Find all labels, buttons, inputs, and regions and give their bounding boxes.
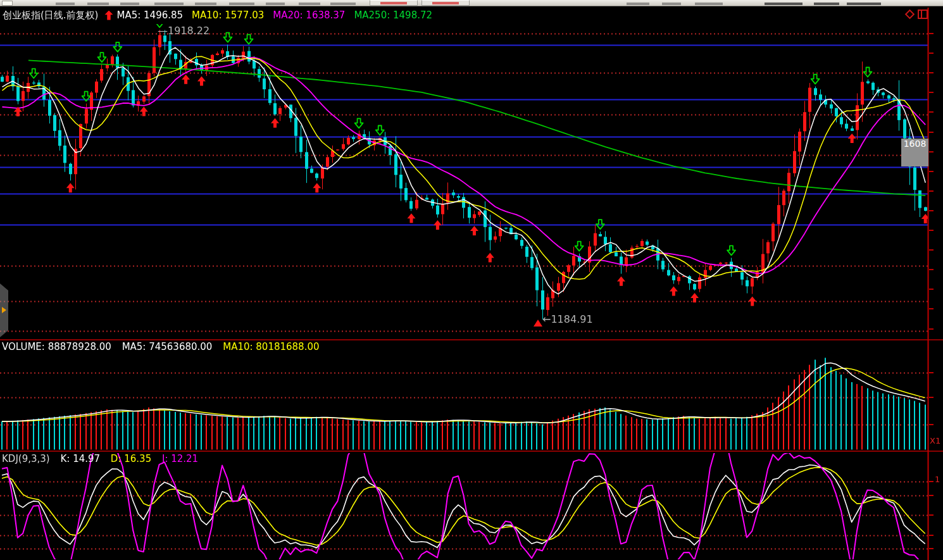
menubar-button[interactable] (370, 0, 418, 6)
menu-item[interactable] (299, 3, 320, 5)
menu-item[interactable] (814, 3, 839, 5)
menu-item[interactable] (627, 3, 649, 5)
menu-item[interactable] (847, 3, 881, 5)
volume-header: VOLUME: 88878928.00 MA5: 74563680.00 MA1… (2, 341, 327, 352)
chart-header: 创业板指(日线.前复权) MA5: 1496.85 MA10: 1577.03 … (0, 6, 943, 24)
menu-item[interactable] (229, 3, 254, 5)
panel-layout-icon[interactable] (918, 9, 928, 19)
menu-item[interactable] (695, 3, 723, 5)
sidebar-expand-handle[interactable] (0, 283, 8, 337)
trend-up-arrow-icon (104, 11, 113, 20)
menu-item[interactable] (56, 3, 75, 5)
volume-value: VOLUME: 88878928.00 (2, 341, 111, 352)
diamond-icon[interactable] (905, 9, 915, 20)
kdj-j-value: J: 12.21 (162, 453, 198, 464)
last-price-tag: 1608 (901, 139, 928, 166)
ma10-legend: MA10: 1577.03 (192, 9, 264, 21)
ma20-legend: MA20: 1638.37 (273, 9, 345, 21)
volume-ma5: MA5: 74563680.00 (122, 341, 213, 352)
menu-item[interactable] (266, 3, 285, 5)
window-icon (2, 1, 13, 6)
ma5-legend: MA5: 1496.85 (116, 9, 183, 21)
volume-ma10: MA10: 80181688.00 (223, 341, 319, 352)
ma250-legend: MA250: 1498.72 (354, 9, 432, 21)
menu-item[interactable] (765, 3, 802, 5)
menu-item[interactable] (120, 3, 139, 5)
chart-canvas[interactable] (0, 0, 943, 560)
instrument-title: 创业板指(日线.前复权) (3, 9, 98, 22)
menubar-button[interactable] (422, 0, 470, 6)
menu-item[interactable] (154, 3, 184, 5)
kdj-name: KDJ(9,3,3) (2, 453, 50, 464)
kdj-d-value: D: 16.35 (111, 453, 151, 464)
menu-item[interactable] (87, 3, 109, 5)
low-marker-triangle-icon (534, 320, 542, 327)
menu-item[interactable] (662, 3, 681, 5)
expand-right-icon (2, 307, 6, 313)
menu-item[interactable] (330, 3, 356, 5)
stock-app-window: 创业板指(日线.前复权) MA5: 1496.85 MA10: 1577.03 … (0, 0, 943, 560)
high-price-annotation: —1918.22 (158, 25, 209, 37)
volume-scale-label: X1 (930, 436, 940, 445)
kdj-k-value: K: 14.97 (60, 453, 100, 464)
menu-item[interactable] (195, 3, 216, 5)
kdj-axis-label: 1 (935, 475, 940, 484)
menubar (0, 0, 943, 6)
kdj-header: KDJ(9,3,3) K: 14.97 D: 16.35 J: 12.21 (2, 453, 206, 464)
